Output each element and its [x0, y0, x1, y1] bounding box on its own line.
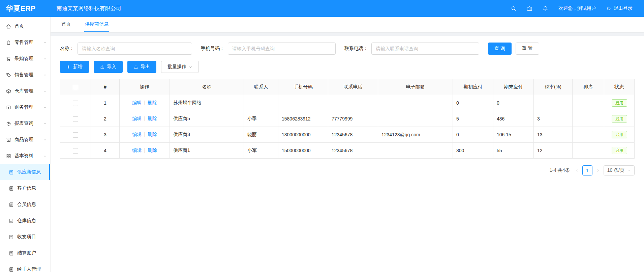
sidebar-item-supplier[interactable]: 供应商信息	[0, 164, 50, 180]
sidebar-item-member[interactable]: 会员信息	[0, 196, 50, 213]
sidebar-item-retail[interactable]: 零售管理	[0, 34, 50, 51]
cell-phone: 15806283912	[278, 111, 328, 127]
sidebar-item-warehouse[interactable]: 仓库管理	[0, 83, 50, 99]
sidebar-item-sales[interactable]: 销售管理	[0, 67, 50, 83]
sidebar-item-label: 客户信息	[17, 185, 36, 191]
sidebar-item-report[interactable]: 报表查询	[0, 115, 50, 132]
basic-icon	[6, 154, 11, 159]
sidebar-item-account[interactable]: 结算账户	[0, 245, 50, 261]
sidebar-item-label: 收支项目	[17, 234, 36, 240]
cell-sort	[573, 111, 604, 127]
sidebar-item-label: 零售管理	[14, 39, 33, 46]
cell-sort	[573, 95, 604, 111]
pagination-total: 1-4 共4条	[550, 167, 570, 173]
sidebar-item-customer[interactable]: 客户信息	[0, 180, 50, 196]
sidebar-item-basic[interactable]: 基本资料	[0, 148, 50, 164]
search-button[interactable]: 查 询	[488, 43, 512, 55]
delete-link[interactable]: 删除	[148, 132, 157, 137]
table-row: 1编辑|删除苏州蜗牛网络00启用	[60, 95, 635, 111]
cell-email	[378, 111, 453, 127]
sidebar-item-goods[interactable]: 商品管理	[0, 132, 50, 148]
cell-sort	[573, 127, 604, 143]
row-checkbox[interactable]	[73, 101, 78, 106]
prev-page-button[interactable]	[575, 168, 579, 173]
sidebar-item-label: 销售管理	[14, 72, 33, 78]
telephone-filter-input[interactable]	[371, 43, 479, 55]
sidebar-item-home[interactable]: 首页	[0, 18, 50, 34]
add-button[interactable]: 新增	[60, 61, 89, 73]
next-page-button[interactable]	[596, 168, 600, 173]
page-size-select[interactable]: 10 条/页	[604, 165, 635, 175]
bell-icon[interactable]	[543, 6, 548, 11]
cell-status: 启用	[604, 95, 635, 111]
batch-operation-button[interactable]: 批量操作	[161, 61, 199, 73]
sidebar-item-label: 商品管理	[14, 137, 33, 143]
row-actions-cell: 编辑|删除	[120, 95, 170, 111]
table-row: 2编辑|删除供应商5小季158062839127777999954863启用	[60, 111, 635, 127]
sidebar-item-label: 采购管理	[14, 56, 33, 62]
tab-bar: 首页供应商信息	[51, 17, 644, 32]
chevron-down-icon	[189, 65, 192, 69]
logout-label: 退出登录	[614, 5, 633, 11]
delete-link[interactable]: 删除	[148, 100, 157, 105]
chevron-right-icon	[596, 168, 600, 173]
sidebar-item-label: 财务管理	[14, 104, 33, 110]
edit-link[interactable]: 编辑	[132, 147, 142, 153]
tab-supplier[interactable]: 供应商信息	[84, 17, 109, 32]
reset-button[interactable]: 重 置	[516, 43, 539, 55]
cell-email	[378, 143, 453, 159]
cell-begin-payable: 0	[453, 95, 493, 111]
table-column-header: 电子邮箱	[378, 79, 453, 95]
doc-icon	[9, 251, 14, 256]
action-divider: |	[144, 147, 145, 153]
cell-end-payable: 0	[493, 95, 534, 111]
logout-button[interactable]: 退出登录	[606, 5, 633, 11]
table-column-header: 排序	[573, 79, 604, 95]
import-button[interactable]: 导入	[94, 61, 123, 73]
cell-contact: 小军	[244, 143, 278, 159]
page-number-button[interactable]: 1	[582, 165, 592, 175]
export-button[interactable]: 导出	[127, 61, 156, 73]
table-header-row: #操作名称联系人手机号码联系电话电子邮箱期初应付期末应付税率(%)排序状态	[60, 79, 635, 95]
select-all-header-cell	[60, 79, 91, 95]
cell-email: 1234123@qq.com	[378, 127, 453, 143]
chevron-down-icon	[43, 106, 47, 109]
search-icon[interactable]	[511, 6, 517, 11]
doc-icon	[9, 186, 14, 191]
delete-link[interactable]: 删除	[148, 147, 157, 153]
doc-icon	[9, 170, 14, 175]
cell-end-payable: 486	[493, 111, 534, 127]
tab-home[interactable]: 首页	[61, 17, 71, 32]
welcome-text: 欢迎您，测试用户	[558, 5, 596, 11]
sidebar-item-inout-item[interactable]: 收支项目	[0, 229, 50, 245]
name-filter-input[interactable]	[78, 43, 192, 55]
table-column-header: 操作	[120, 79, 170, 95]
delete-link[interactable]: 删除	[148, 116, 157, 121]
edit-link[interactable]: 编辑	[132, 116, 142, 121]
select-all-checkbox[interactable]	[73, 85, 78, 90]
row-checkbox[interactable]	[73, 148, 78, 154]
row-checkbox[interactable]	[73, 116, 78, 122]
row-checkbox[interactable]	[73, 132, 78, 138]
sidebar-item-purchase[interactable]: 采购管理	[0, 51, 50, 67]
sidebar-item-finance[interactable]: 财务管理	[0, 99, 50, 115]
cell-telephone: 77779999	[328, 111, 378, 127]
bank-icon[interactable]	[527, 6, 532, 11]
sidebar-item-label: 首页	[14, 23, 24, 29]
cell-phone	[278, 95, 328, 111]
edit-link[interactable]: 编辑	[132, 100, 142, 105]
row-index: 1	[91, 95, 120, 111]
export-icon	[134, 65, 138, 69]
doc-icon	[9, 267, 14, 272]
table-column-header: 手机号码	[278, 79, 328, 95]
chevron-down-icon	[43, 57, 47, 61]
doc-icon	[9, 218, 14, 223]
doc-icon	[9, 202, 14, 207]
telephone-filter-group: 联系电话：	[344, 43, 479, 55]
phone-filter-input[interactable]	[228, 43, 336, 55]
status-badge: 启用	[612, 99, 627, 107]
sidebar-item-depot[interactable]: 仓库信息	[0, 213, 50, 229]
edit-link[interactable]: 编辑	[132, 132, 142, 137]
chevron-down-icon	[43, 73, 47, 77]
sidebar-item-handler[interactable]: 经手人管理	[0, 261, 50, 272]
